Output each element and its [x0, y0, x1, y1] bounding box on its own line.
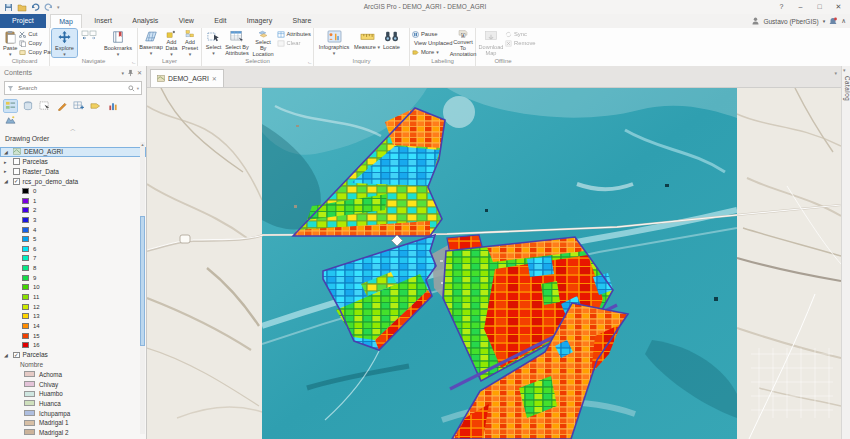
notifications-bell-icon[interactable] [829, 17, 837, 26]
tab-edit[interactable]: Edit [206, 14, 234, 28]
explore-button[interactable]: Explore ▾ [52, 29, 77, 57]
contents-scrollbar[interactable]: ▲ [140, 142, 145, 434]
search-icon[interactable] [128, 85, 135, 92]
basemap-icon [144, 30, 158, 43]
legend-swatch [22, 313, 29, 319]
attributes-icon [277, 31, 285, 38]
highway-shield-marker[interactable] [180, 235, 190, 243]
select-by-location-button[interactable]: Select By Location [251, 29, 276, 57]
filter-icon[interactable] [7, 85, 14, 92]
layer-checkbox-unchecked[interactable] [13, 168, 20, 175]
list-by-editing-button[interactable] [55, 100, 68, 112]
help-button[interactable]: ? [772, 0, 791, 14]
list-by-charts-button[interactable] [106, 100, 119, 112]
tab-insert[interactable]: Insert [86, 14, 120, 28]
legend-item: 13 [0, 312, 146, 322]
view-unplaced-button[interactable]: View Unplaced [412, 39, 448, 47]
infographics-button[interactable]: Infographics ▾ [316, 29, 352, 57]
more-labeling-button[interactable]: More ▾ [412, 48, 448, 56]
view-tab-demo-agri[interactable]: DEMO_AGRI ✕ [150, 69, 224, 87]
selection-dialog-launcher[interactable]: ⌙ [308, 59, 312, 65]
attributes-button[interactable]: Attributes [277, 30, 312, 38]
search-options-caret[interactable]: ▾ [137, 86, 139, 91]
catalog-tab[interactable]: Catalog [842, 76, 850, 101]
tab-analysis[interactable]: Analysis [124, 14, 166, 28]
catalog-pin-caret[interactable]: ▾ [843, 67, 846, 73]
legend-item: 4 [0, 225, 146, 235]
title-bar: ▾ ArcGIS Pro - DEMO_AGRI - DEMO_AGRI ? –… [0, 0, 850, 15]
locate-button[interactable]: Locate [382, 29, 401, 57]
add-preset-button[interactable]: Add Preset ▾ [181, 29, 199, 57]
close-view-icon[interactable]: ✕ [212, 75, 217, 82]
legend-swatch [22, 198, 29, 204]
layer-checkbox-unchecked[interactable] [13, 158, 20, 165]
remove-icon [505, 40, 512, 47]
navigate-dialog-launcher[interactable]: ⌙ [132, 59, 136, 65]
group-label-selection: Selection [202, 57, 313, 66]
legend-item: 16 [0, 340, 146, 350]
paste-button[interactable]: Paste ▾ [2, 29, 18, 57]
scrollbar-thumb[interactable] [140, 216, 145, 346]
list-by-drawing-order-button[interactable] [4, 100, 17, 112]
layer-row-demo-agri[interactable]: ◢ DEMO_AGRI [0, 147, 146, 157]
pan-arrows-icon[interactable] [81, 30, 97, 42]
group-selection: Select ▾ Select By Attributes Select By … [202, 28, 314, 66]
minimize-button[interactable]: – [791, 0, 810, 14]
layer-checkbox-checked[interactable]: ✓ [13, 178, 20, 185]
group-label-clipboard: Clipboard [0, 57, 49, 66]
close-pane-icon[interactable]: ✕ [137, 69, 142, 76]
tab-share[interactable]: Share [285, 14, 320, 28]
legend-value: 9 [33, 275, 36, 281]
measure-button[interactable]: Measure ▾ [353, 29, 381, 57]
group-label-offline: Offline [476, 57, 530, 66]
select-button[interactable]: Select ▾ [204, 29, 223, 57]
add-data-button[interactable]: Add Data ▾ [163, 29, 180, 57]
toolbar-collapse-chevron[interactable]: ︿ [0, 126, 146, 133]
group-label-inquiry: Inquiry [314, 57, 409, 66]
search-input[interactable] [16, 84, 126, 92]
collapse-ribbon-chevron[interactable]: ∧ [841, 17, 846, 25]
list-by-data-source-button[interactable] [21, 100, 34, 112]
legend-swatch [22, 342, 29, 348]
list-by-perspective-button[interactable] [4, 114, 17, 126]
view-options-caret[interactable]: ▾ [834, 70, 837, 76]
expander-icon[interactable]: ◢ [4, 149, 10, 155]
legend-value: 2 [33, 207, 36, 213]
expander-icon[interactable]: ◢ [4, 178, 10, 184]
layer-row-parcelas-top[interactable]: ▸ Parcelas [0, 157, 146, 167]
legend-swatch [22, 246, 29, 252]
list-by-snapping-button[interactable] [72, 100, 85, 112]
contents-search: ▾ [4, 81, 142, 95]
scroll-up-arrow[interactable]: ▲ [140, 142, 145, 147]
parcel-class-name: Huambo [39, 390, 63, 397]
map-view[interactable] [147, 88, 841, 439]
close-button[interactable]: ✕ [829, 0, 848, 14]
user-menu-caret[interactable]: ▾ [823, 18, 826, 24]
bookmarks-button[interactable]: Bookmarks ▾ [101, 29, 135, 57]
list-by-labeling-button[interactable] [89, 100, 102, 112]
layer-row-raster-data[interactable]: ▸ Raster_Data [0, 167, 146, 177]
legend-value: 11 [33, 294, 39, 300]
pane-menu-caret[interactable]: ▾ [121, 70, 124, 76]
tab-imagery[interactable]: Imagery [239, 14, 280, 28]
parcel-class-name: Achoma [39, 371, 62, 378]
tab-project[interactable]: Project [0, 14, 46, 28]
pin-icon[interactable] [127, 69, 134, 77]
tab-map[interactable]: Map [50, 14, 82, 28]
expander-icon[interactable]: ◢ [4, 352, 10, 358]
convert-to-annotation-button[interactable]: A Convert To Annotation [449, 29, 477, 57]
layer-checkbox-checked[interactable]: ✓ [13, 352, 20, 359]
expander-icon[interactable]: ▸ [4, 159, 10, 165]
signed-in-user[interactable]: Gustavo (PberGIS) [763, 18, 818, 25]
pause-labeling-button[interactable]: Pause [412, 30, 448, 38]
select-by-attributes-button[interactable]: Select By Attributes [224, 29, 250, 57]
tab-view[interactable]: View [171, 14, 202, 28]
expander-icon[interactable]: ▸ [4, 168, 10, 174]
maximize-button[interactable]: □ [810, 0, 829, 14]
basemap-button[interactable]: Basemap ▾ [140, 29, 162, 57]
layer-row-parcelas[interactable]: ◢ ✓ Parcelas [0, 350, 146, 360]
list-by-selection-button[interactable] [38, 100, 51, 112]
legend-item: 14 [0, 321, 146, 331]
layer-row-raster-classified[interactable]: ◢ ✓ rcs_po_demo_data [0, 176, 146, 186]
cut-icon [19, 31, 26, 38]
